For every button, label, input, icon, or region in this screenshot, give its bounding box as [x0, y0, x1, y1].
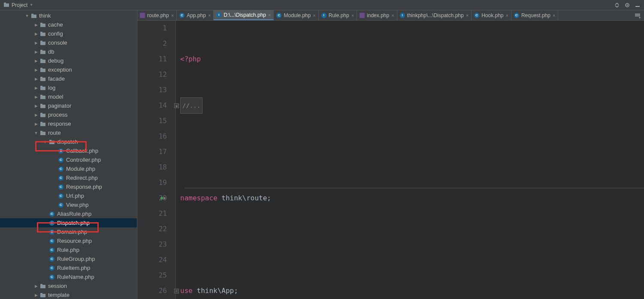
- tree-folder[interactable]: ▶template: [0, 290, 137, 299]
- project-tree-panel: ▼ think ▶cache▶config▶console▶db▶debug▶e…: [0, 10, 137, 299]
- line-number: 19: [137, 175, 167, 190]
- svg-rect-41: [635, 14, 640, 15]
- tree-file[interactable]: CRedirect.php: [0, 173, 137, 182]
- chevron-right-icon: ▶: [34, 95, 38, 99]
- minimize-icon[interactable]: [635, 2, 641, 8]
- tree-folder[interactable]: ▶console: [0, 38, 137, 47]
- close-icon[interactable]: ×: [268, 12, 271, 18]
- folder-icon: [31, 13, 37, 19]
- tree-folder-dispatch[interactable]: ▼ dispatch: [0, 137, 137, 146]
- tabbar-overflow[interactable]: [631, 10, 644, 20]
- tree-file[interactable]: CRuleGroup.php: [0, 254, 137, 263]
- close-icon[interactable]: ×: [313, 13, 315, 18]
- code-content[interactable]: <?php + //... namespace think\route; −us…: [176, 21, 644, 299]
- close-icon[interactable]: ×: [466, 13, 469, 18]
- class-icon: C: [58, 148, 64, 154]
- tree-folder[interactable]: ▶session: [0, 281, 137, 290]
- tree-label: Url.php: [66, 193, 84, 199]
- tree-folder[interactable]: ▶db: [0, 47, 137, 56]
- tree-file[interactable]: CRuleName.php: [0, 272, 137, 281]
- fold-collapse-icon[interactable]: −: [174, 289, 179, 293]
- close-icon[interactable]: ×: [351, 13, 354, 18]
- tree-file[interactable]: CResource.php: [0, 236, 137, 245]
- tree-label: Redirect.php: [66, 175, 98, 181]
- folder-icon: [40, 58, 46, 64]
- editor-tab[interactable]: CApp.php×: [177, 10, 214, 20]
- tree-file[interactable]: CDomain.php: [0, 227, 137, 236]
- tree-label: console: [48, 39, 67, 46]
- tabbar: route.php×CApp.php×ID:\...\Dispatch.php×…: [137, 10, 644, 21]
- svg-rect-18: [40, 68, 42, 69]
- tree-folder[interactable]: ▶response: [0, 119, 137, 128]
- implements-marker-icon[interactable]: [160, 195, 166, 201]
- editor-tab[interactable]: CModule.php×: [274, 10, 318, 20]
- tree-file[interactable]: CCallback.php: [0, 146, 137, 155]
- tree-folder[interactable]: ▶facade: [0, 74, 137, 83]
- chevron-right-icon: ▶: [34, 284, 38, 288]
- tree-file[interactable]: CRule.php: [0, 245, 137, 254]
- tree-folder-route[interactable]: ▼ route: [0, 128, 137, 137]
- class-icon: C: [49, 229, 55, 235]
- tree-folder[interactable]: ▶cache: [0, 20, 137, 29]
- chevron-down-icon: ▼: [43, 140, 47, 144]
- collapse-icon[interactable]: [614, 2, 620, 8]
- class-icon: C: [58, 157, 64, 163]
- editor-tab[interactable]: IRule.php×: [319, 10, 357, 20]
- editor-tab[interactable]: CHook.php×: [472, 10, 511, 20]
- close-icon[interactable]: ×: [506, 13, 508, 18]
- tree-folder-think[interactable]: ▼ think: [0, 11, 137, 20]
- tree-folder[interactable]: ▶paginator: [0, 101, 137, 110]
- tree-file[interactable]: CModule.php: [0, 164, 137, 173]
- project-dropdown[interactable]: Project ▼: [0, 2, 36, 8]
- chevron-right-icon: ▶: [34, 32, 38, 36]
- tree-folder[interactable]: ▶config: [0, 29, 137, 38]
- editor-tab[interactable]: index.php×: [357, 10, 397, 20]
- tree-label: paginator: [48, 103, 71, 109]
- svg-rect-28: [40, 113, 42, 114]
- tree-label: route: [48, 130, 61, 136]
- code-editor[interactable]: 121112131415161718192021222324252627 <?p…: [137, 21, 644, 299]
- close-icon[interactable]: ×: [553, 13, 555, 18]
- tree-file[interactable]: CView.php: [0, 200, 137, 209]
- tab-label: Module.php: [284, 12, 311, 18]
- tree-label: template: [48, 292, 70, 298]
- gutter: 121112131415161718192021222324252627: [137, 21, 176, 299]
- line-number: 12: [137, 67, 167, 82]
- tree-file[interactable]: CResponse.php: [0, 182, 137, 191]
- svg-rect-40: [360, 13, 365, 18]
- svg-rect-42: [635, 15, 640, 16]
- chevron-right-icon: ▶: [34, 68, 38, 72]
- folder-icon: [40, 283, 46, 289]
- tree-label: cache: [48, 21, 63, 28]
- tree-file[interactable]: CRuleItem.php: [0, 263, 137, 272]
- chevron-down-icon: ▼: [25, 14, 29, 18]
- tree-file-dispatch-php[interactable]: I Dispatch.php: [0, 218, 137, 227]
- close-icon[interactable]: ×: [171, 13, 174, 18]
- tree-folder[interactable]: ▶debug: [0, 56, 137, 65]
- svg-rect-21: [40, 87, 45, 90]
- tree-folder[interactable]: ▶process: [0, 110, 137, 119]
- gear-icon[interactable]: [624, 2, 630, 8]
- tree-file[interactable]: CController.php: [0, 155, 137, 164]
- close-icon[interactable]: ×: [391, 13, 394, 18]
- tree-file[interactable]: CUrl.php: [0, 191, 137, 200]
- folder-icon: [40, 292, 46, 298]
- svg-rect-30: [40, 122, 42, 123]
- editor-tab[interactable]: CRequest.php×: [511, 10, 559, 20]
- tree-folder[interactable]: ▶log: [0, 83, 137, 92]
- editor-tab[interactable]: route.php×: [137, 10, 177, 20]
- tree-label: Domain.php: [57, 229, 87, 235]
- chevron-right-icon: ▶: [34, 59, 38, 63]
- editor-tab[interactable]: Ithinkphp\...\Dispatch.php×: [397, 10, 472, 20]
- svg-rect-37: [40, 294, 45, 297]
- fold-expand-icon[interactable]: +: [174, 103, 179, 108]
- chevron-right-icon: ▶: [34, 86, 38, 90]
- file-type-icon: C: [276, 13, 281, 18]
- editor-tab[interactable]: ID:\...\Dispatch.php×: [214, 10, 274, 20]
- tree-folder[interactable]: ▶exception: [0, 65, 137, 74]
- close-icon[interactable]: ×: [208, 13, 211, 18]
- tree-folder[interactable]: ▶model: [0, 92, 137, 101]
- folded-comment[interactable]: //...: [180, 97, 203, 114]
- folder-icon: [40, 103, 46, 109]
- tree-file[interactable]: CAliasRule.php: [0, 209, 137, 218]
